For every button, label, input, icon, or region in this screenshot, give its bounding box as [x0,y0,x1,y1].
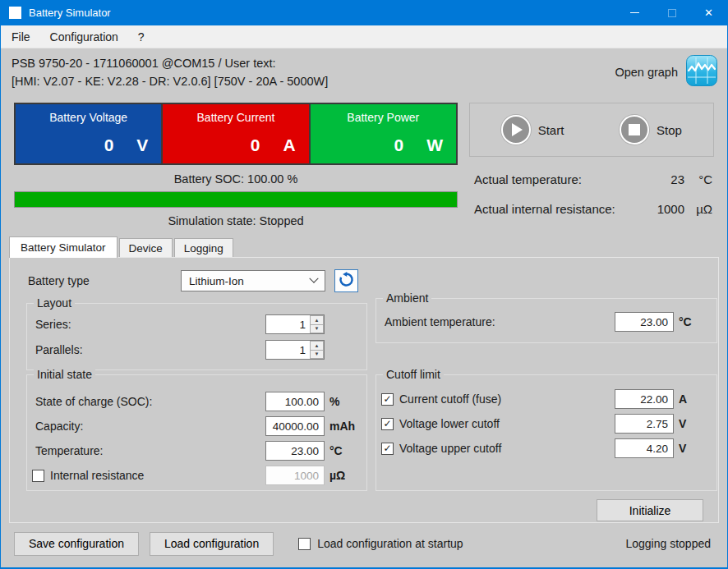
save-configuration-button[interactable]: Save configuration [14,532,139,556]
open-graph-button[interactable]: Open graph [615,55,717,89]
battery-type-select[interactable]: Lithium-Ion [181,270,325,291]
device-info-line2: [HMI: V2.07 - KE: V2.28 - DR: V2.0.6] [7… [12,72,615,90]
refresh-battery-type-button[interactable] [334,269,358,292]
menu-configuration[interactable]: Configuration [40,25,128,48]
parallels-spin-down[interactable]: ▼ [310,351,324,360]
voltage-lower-cutoff-checkbox[interactable] [381,418,394,430]
menu-help[interactable]: ? [128,25,154,48]
series-spin-up[interactable]: ▲ [310,315,324,325]
temperature-row: Temperature: °C [27,441,366,461]
initial-state-group: Initial state State of charge (SOC): % C… [26,374,367,491]
current-cutoff-label: Current cutoff (fuse) [399,392,501,406]
current-cutoff-input[interactable] [615,389,674,409]
simulation-state-label: Simulation state: Stopped [14,214,458,227]
device-info-line1: PSB 9750-20 - 1711060001 @COM15 / User t… [12,54,615,72]
stop-button[interactable] [620,115,649,145]
refresh-icon [339,272,354,291]
meter-current-unit: A [283,135,295,155]
meter-current-title: Battery Current [163,111,308,124]
actual-resistance-unit: µΩ [684,202,712,216]
voltage-upper-cutoff-unit: V [679,442,686,455]
maximize-button[interactable] [653,0,690,25]
battery-soc-label: Battery SOC: 100.00 % [14,172,458,186]
ambient-temperature-label: Ambient temperature: [385,315,495,328]
tab-strip: Battery Simulator Device Logging [1,236,727,257]
play-icon [512,123,523,136]
arrow-down-icon: ▼ [315,351,320,356]
footer-bar: Save configuration Load configuration Lo… [1,523,727,569]
tab-device[interactable]: Device [119,238,173,257]
capacity-row: Capacity: mAh [27,416,366,436]
close-icon: ✕ [704,7,713,18]
capacity-input[interactable] [265,416,325,436]
graph-icon [686,55,717,89]
series-spin-down[interactable]: ▼ [310,325,324,334]
voltage-upper-cutoff-checkbox[interactable] [381,443,394,455]
battery-simulator-tab-panel: Battery type Lithium-Ion Layout Series: [9,257,719,523]
voltage-upper-cutoff-label: Voltage upper cutoff [399,442,501,455]
series-label: Series: [35,318,71,331]
device-info-header: PSB 9750-20 - 1711060001 @COM15 / User t… [1,48,727,95]
soc-progress-bar [14,191,458,208]
cutoff-limit-group-title: Cutoff limit [383,368,444,381]
temperature-label: Temperature: [35,444,103,457]
load-at-startup-checkbox[interactable] [298,538,311,550]
battery-type-selected-value: Lithium-Ion [189,275,311,287]
stop-icon [629,124,640,135]
current-cutoff-row: Current cutoff (fuse) A [376,389,716,409]
minimize-button[interactable] [616,0,653,25]
initial-state-group-title: Initial state [34,368,95,381]
capacity-unit: mAh [329,420,355,433]
actual-temperature-label: Actual temperature: [474,172,635,186]
meter-current-value: 0 [251,135,260,155]
meter-voltage-value: 0 [104,135,114,155]
start-label: Start [538,123,564,137]
state-of-charge-input[interactable] [265,392,325,411]
battery-type-label: Battery type [28,274,90,287]
meter-voltage-unit: V [136,135,148,155]
start-button[interactable] [501,115,531,145]
ambient-temperature-unit: °C [679,315,692,328]
state-of-charge-unit: % [329,395,339,408]
internal-resistance-label: Internal resistance [50,469,144,482]
transport-box: Start Stop [469,103,714,157]
load-at-startup-label: Load configuration at startup [317,537,463,550]
ambient-temperature-row: Ambient temperature: °C [376,312,716,332]
title-bar: Battery Simulator ✕ [1,0,727,25]
voltage-lower-cutoff-unit: V [679,417,686,430]
ambient-temperature-input[interactable] [615,312,674,332]
parallels-label: Parallels: [35,343,83,356]
tab-logging[interactable]: Logging [174,238,233,257]
internal-resistance-checkbox[interactable] [32,470,44,482]
actual-resistance-row: Actual internal resistance: 1000 µΩ [469,202,714,216]
capacity-label: Capacity: [35,420,83,433]
temperature-input[interactable] [265,441,325,461]
ambient-group: Ambient Ambient temperature: °C [376,298,717,343]
parallels-spin-up[interactable]: ▲ [310,341,324,351]
actual-resistance-label: Actual internal resistance: [474,202,635,216]
arrow-up-icon: ▲ [315,318,320,323]
tab-battery-simulator[interactable]: Battery Simulator [9,236,117,258]
window-title: Battery Simulator [29,7,111,19]
cutoff-limit-group: Cutoff limit Current cutoff (fuse) A Vol… [376,374,717,491]
close-button[interactable]: ✕ [690,0,727,25]
minimize-icon [630,12,639,13]
voltage-upper-cutoff-input[interactable] [615,438,674,458]
actual-resistance-value: 1000 [635,202,684,216]
load-configuration-button[interactable]: Load configuration [150,532,274,556]
layout-group-title: Layout [34,296,75,310]
parallels-row: Parallels: ▲ ▼ [27,340,366,360]
voltage-lower-cutoff-input[interactable] [615,414,674,434]
chevron-down-icon [309,274,318,283]
logging-status-label: Logging stopped [463,537,711,550]
current-cutoff-checkbox[interactable] [381,393,394,406]
ambient-group-title: Ambient [383,291,431,305]
meter-power: Battery Power 0 W [311,104,456,163]
layout-group: Layout Series: ▲ ▼ Parallels: ▲ ▼ [26,303,367,370]
soc-progress-fill [15,192,457,207]
actual-temperature-unit: °C [684,172,712,186]
meter-power-unit: W [426,135,443,155]
meter-power-value: 0 [394,135,403,155]
menu-file[interactable]: File [1,25,40,48]
initialize-button[interactable]: Initialize [597,499,703,521]
